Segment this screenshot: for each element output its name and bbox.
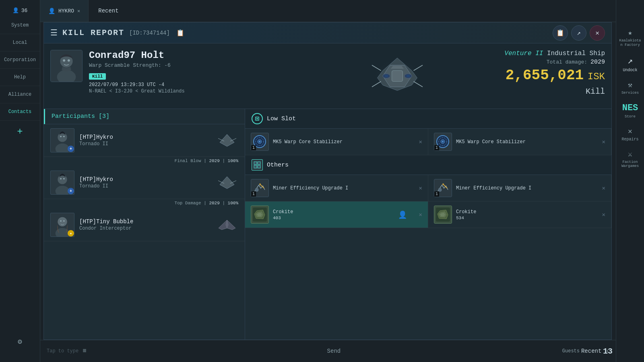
equip-close-icon[interactable]: ✕ — [419, 185, 422, 191]
equip-close-icon[interactable]: ✕ — [602, 211, 605, 218]
low-slot-icon — [252, 113, 263, 124]
sidebar-right-nes[interactable]: NES Store — [616, 99, 644, 123]
participants-panel: Participants [3] + [HTP]Hykro — [44, 109, 245, 339]
crokite-icon-1 — [251, 206, 269, 224]
settings-gear-icon[interactable]: ⚙ — [18, 337, 22, 346]
cargo-item-crokite-2[interactable]: Crokite 534 ✕ — [428, 202, 611, 228]
tab-close-icon[interactable]: ✕ — [77, 8, 80, 14]
participant-2-info: [HTP]Hykro Tornado II — [79, 176, 211, 189]
equipment-panel: Low Slot 1 MK5 Warp Core Stabilizer — [245, 109, 611, 339]
miner-efficiency-name-2: Miner Efficiency Upgrade I — [456, 185, 598, 191]
cargo-item[interactable]: 1 Miner Efficiency Upgrade I ✕ — [428, 175, 611, 202]
panel-header: ☰ KILL REPORT [ID:7347144] 📋 📋 ↗ ✕ — [44, 23, 611, 43]
tab-player-icon: 👤 — [48, 8, 55, 14]
left-sidebar: 👤 36 System Local Corporation Help Allia… — [0, 0, 40, 362]
bottom-recent-label[interactable]: Recent — [581, 348, 601, 354]
undock-icon: ↗ — [627, 56, 633, 66]
victim-name: Conrad97 Holt — [89, 50, 290, 61]
copy-icon[interactable]: 📋 — [176, 29, 184, 37]
guests-label: Guests — [562, 348, 580, 354]
cargo-item[interactable]: 1 Miner Efficiency Upgrade I ✕ — [245, 175, 428, 202]
tab-name: HYKRO — [58, 8, 74, 14]
svg-rect-44 — [254, 165, 257, 168]
sidebar-item-contacts[interactable]: Contacts — [0, 103, 40, 121]
sidebar-item-help[interactable]: Help — [0, 69, 40, 86]
bottom-menu-icon[interactable]: ≡ — [83, 348, 87, 355]
sidebar-item-alliance[interactable]: Alliance — [0, 86, 40, 103]
report-button[interactable]: 📋 — [553, 25, 568, 41]
participant-1-avatar: + — [50, 128, 74, 152]
sidebar-item-corporation[interactable]: Corporation — [0, 51, 40, 69]
share-button[interactable]: ↗ — [571, 25, 586, 41]
equip-item[interactable]: 1 MK5 Warp Core Stabilizer ✕ — [428, 129, 611, 155]
kill-report-panel: ☰ KILL REPORT [ID:7347144] 📋 📋 ↗ ✕ — [43, 22, 612, 340]
equip-item[interactable]: 1 MK5 Warp Core Stabilizer ✕ — [245, 129, 428, 155]
svg-point-53 — [439, 189, 441, 191]
participant-row[interactable]: + [HTP]Hykro Tornado II — [44, 167, 245, 199]
participant-2-ship-image — [216, 175, 238, 191]
sidebar-item-system[interactable]: System — [0, 17, 40, 34]
crokite-icon-2 — [434, 206, 452, 224]
svg-point-23 — [58, 175, 67, 184]
participant-3-ship: Condor Interceptor — [79, 226, 211, 231]
victim-avatar — [50, 50, 83, 82]
user-icon: 👤 — [398, 210, 407, 219]
total-damage-line: Total damage: 2029 — [504, 59, 605, 66]
miner-efficiency-icon-1: 1 — [251, 179, 269, 197]
right-sidebar: ★ Kaalakiotan Factory ↗ Undock ⚒ Service… — [616, 0, 644, 362]
warp-stabilizer-icon-2: 1 — [434, 133, 452, 151]
faction-icon: ⚔ — [628, 150, 632, 158]
others-header: Others — [245, 155, 611, 175]
participant-row[interactable]: ★ [HTP]Tiny Bubble Condor Interceptor — [44, 209, 245, 241]
participant-1-ship-image — [216, 132, 238, 148]
participant-2-ship: Tornado II — [79, 183, 211, 189]
player-info[interactable]: 👤 36 — [0, 4, 40, 17]
participant-3-name: [HTP]Tiny Bubble — [79, 218, 211, 225]
hamburger-icon[interactable]: ☰ — [50, 28, 58, 38]
low-slot-label: Low Slot — [267, 115, 296, 122]
others-icon — [252, 159, 263, 171]
sidebar-right-repairs[interactable]: ✕ Repairs — [616, 123, 644, 146]
close-panel-button[interactable]: ✕ — [590, 25, 605, 41]
sidebar-item-local[interactable]: Local — [0, 34, 40, 51]
sidebar-right-undock[interactable]: ↗ Undock — [616, 51, 644, 76]
send-button[interactable]: Send — [327, 348, 341, 354]
panel-title: KILL REPORT — [62, 28, 124, 37]
svg-point-50 — [259, 183, 261, 185]
participant-2-badge: + — [68, 188, 74, 194]
svg-point-41 — [442, 141, 444, 142]
tab-recent[interactable]: Recent — [89, 8, 128, 14]
participant-1-info: [HTP]Hykro Tornado II — [79, 134, 211, 147]
participant-1-footer: Final Blow | 2029 | 100% — [44, 157, 245, 167]
victim-info: Conrad97 Holt Warp Scramble Strength: -6… — [89, 50, 290, 94]
isk-value-display: 2,655,021 ISK — [504, 67, 605, 84]
svg-rect-45 — [258, 165, 260, 168]
svg-point-18 — [60, 136, 62, 137]
equip-close-icon[interactable]: ✕ — [419, 138, 422, 145]
panel-id: [ID:7347144] — [129, 30, 170, 36]
sidebar-add-button[interactable]: + — [11, 121, 28, 143]
participant-row[interactable]: + [HTP]Hykro Tornado II — [44, 124, 245, 157]
victim-stats: Venture II Industrial Ship Total damage:… — [504, 50, 605, 96]
cargo-item-crokite-1[interactable]: Crokite 403 👤 ✕ — [245, 202, 428, 228]
others-items: 1 Miner Efficiency Upgrade I ✕ — [245, 175, 611, 228]
tab-hykro[interactable]: 👤 HYKRO ✕ — [40, 0, 89, 22]
miner-efficiency-icon-2: 1 — [434, 179, 452, 197]
close-icon: ✕ — [595, 29, 599, 37]
svg-rect-43 — [258, 162, 260, 165]
participant-3-ship-image — [216, 217, 238, 233]
player-count: 36 — [21, 8, 28, 14]
victim-section: Conrad97 Holt Warp Scramble Strength: -6… — [44, 43, 611, 109]
equip-close-icon[interactable]: ✕ — [602, 185, 605, 191]
equip-close-icon[interactable]: ✕ — [602, 138, 605, 145]
ship-image — [361, 50, 433, 102]
sidebar-right-services[interactable]: ⚒ Services — [616, 76, 644, 99]
sidebar-right-factory[interactable]: ★ Kaalakiotan Factory — [616, 24, 644, 51]
low-slot-header: Low Slot — [245, 109, 611, 129]
equip-close-icon[interactable]: ✕ — [419, 211, 422, 218]
svg-point-4 — [68, 59, 70, 62]
guest-count: 13 — [603, 347, 613, 356]
kill-datetime: 2022/07/09 13:29:33 UTC -4 — [89, 82, 290, 88]
ship-type: Venture II Industrial Ship — [504, 50, 605, 57]
sidebar-right-faction[interactable]: ⚔ FactionWargames — [616, 146, 644, 173]
